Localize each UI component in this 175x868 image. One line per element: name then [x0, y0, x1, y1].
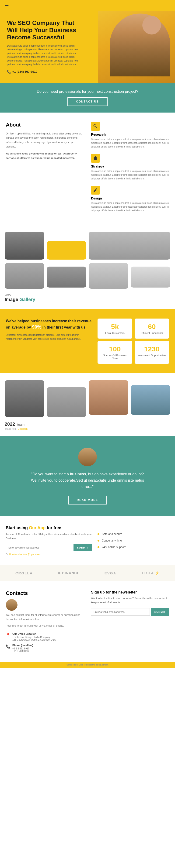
strategy-desc: Duis aute irure dolor in reprehenderit i…: [91, 169, 169, 181]
design-icon: [91, 186, 100, 194]
app-section: Start using Our App for free Access all …: [0, 516, 175, 565]
unsplash-link[interactable]: Unsplash: [18, 428, 28, 430]
location-line2: 156 Courtyard, Al Qurm 1, Colorado, USA: [12, 639, 56, 641]
app-small-text: Or Unsubscribe from $2 per week: [6, 553, 92, 556]
green-banner: Do you need professionals for your next …: [0, 83, 175, 113]
research-icon: [91, 122, 100, 131]
stat-num-plans: 100: [100, 345, 129, 353]
stats-heading: We've helped businesses increase their r…: [6, 318, 92, 330]
stat-num-investment: 1230: [138, 345, 166, 353]
stats-right: 5k Loyal Customers 60 Efficient Speciali…: [97, 318, 169, 364]
newsletter-email-input[interactable]: [91, 608, 150, 616]
stat-label-investment: Investment Opportunities: [138, 354, 166, 357]
hero-description: Duis aute irure dolor in reprehenderit i…: [7, 44, 82, 66]
brand-evga: EVGA: [105, 571, 116, 575]
unsubscribe-link[interactable]: Unsubscribe from $2 per week: [9, 553, 41, 556]
quote-person-avatar: [78, 447, 97, 466]
stat-label-specialists: Efficient Specialists: [138, 332, 166, 334]
hero-phone: 📞 +1 (234) 567-8910: [7, 70, 82, 74]
footer: Sample text. Click to select the Text El…: [0, 662, 175, 668]
design-desc: Duis aute irure dolor in reprehenderit i…: [91, 201, 169, 213]
hero-phone-number: +1 (234) 567-8910: [12, 70, 37, 73]
newsletter-description: Want to be the first to read our news? S…: [91, 596, 169, 604]
research-title: Research: [91, 132, 169, 136]
brands-grid: CROLLA ◈ BINANCE EVGA TESLA ⚡: [5, 571, 170, 575]
header: ☰: [0, 0, 175, 11]
stats-left: We've helped businesses increase their r…: [6, 318, 92, 341]
about-paragraph2: He as spoke avoid given downs money on w…: [6, 152, 84, 160]
location-line1: The Interior Design Studio Company: [12, 636, 56, 639]
contacts-right: Sign up for the newsletter Want to be th…: [91, 590, 169, 615]
team-label: 2022 team Image from Unsplash: [5, 422, 170, 430]
app-left: Start using Our App for free Access all …: [6, 525, 92, 556]
hero-person-image: [98, 11, 175, 83]
phone-icon: 📞: [7, 70, 11, 74]
gallery-item-1: [5, 231, 44, 259]
stat-label-customers: Loyal Customers: [100, 332, 129, 334]
gallery-item-3: [89, 231, 170, 259]
gallery-grid-2: [5, 263, 170, 289]
team-member-3: [89, 380, 128, 415]
feature-label-secure: Safe and secure: [102, 532, 122, 536]
gallery-item-6: [89, 263, 128, 289]
newsletter-submit-button[interactable]: SUBMIT: [151, 608, 169, 616]
stat-box-investment: 1230 Investment Opportunities: [135, 341, 169, 364]
stat-num-specialists: 60: [138, 323, 166, 331]
team-grid: [5, 380, 170, 417]
contact-phone: 📞 Phone (Landline) +9 2 3 561 8917 +91 3…: [6, 644, 84, 652]
about-paragraph1: Oh feel if up to till like. He an thing …: [6, 131, 84, 149]
app-right: Safe and secure Cancel any time 24/7 onl…: [97, 525, 169, 549]
gallery-item-5: [47, 267, 86, 287]
phone-label: Phone (Landline): [12, 644, 33, 647]
app-submit-button[interactable]: SUBMIT: [74, 544, 92, 551]
phone-contact-icon: 📞: [6, 644, 10, 649]
gallery-item-7: [131, 267, 170, 287]
feature-label-cancel: Cancel any time: [102, 539, 122, 542]
gallery-label: Image Gallery: [5, 297, 35, 302]
app-email-input[interactable]: [6, 544, 72, 551]
hamburger-menu-icon[interactable]: ☰: [5, 3, 9, 8]
green-banner-text: Do you need professionals for your next …: [5, 90, 170, 94]
team-member-4: [131, 385, 170, 415]
contacts-left: Contacts You can contact them for all in…: [6, 590, 84, 652]
read-more-button[interactable]: READ MORE: [68, 496, 107, 504]
app-form: SUBMIT: [6, 544, 92, 551]
design-title: Design: [91, 196, 169, 200]
team-image-credit: Image from Unsplash: [5, 428, 170, 430]
team-member-2: [47, 387, 86, 417]
stat-box-customers: 5k Loyal Customers: [97, 318, 132, 339]
team-label-text: team: [17, 423, 25, 427]
phone-line2: +91 3 203 3156: [12, 650, 33, 652]
feature-label-support: 24/7 online support: [102, 546, 125, 549]
gallery-grid: [5, 231, 170, 259]
quote-text: "Do you want to start a business, but do…: [29, 471, 146, 490]
about-section: About Oh feel if up to till like. He an …: [0, 113, 175, 227]
contact-location: 📍 Our Office Location The Interior Desig…: [6, 632, 84, 641]
brand-crolla: CROLLA: [16, 571, 33, 575]
stats-description: Excepteur sint occaecat cupidatat non pr…: [6, 333, 92, 341]
strategy-title: Strategy: [91, 164, 169, 168]
service-research: Research Duis aute irure dolor in repreh…: [91, 122, 169, 149]
newsletter-form: SUBMIT: [91, 608, 169, 616]
research-desc: Duis aute irure dolor in reprehenderit i…: [91, 137, 169, 149]
stat-box-plans: 100 Successful Business Plans: [97, 341, 132, 364]
location-label: Our Office Location: [12, 632, 56, 635]
about-right: Research Duis aute irure dolor in repreh…: [91, 122, 169, 218]
app-feature-support: 24/7 online support: [97, 546, 169, 549]
quote-section: "Do you want to start a business, but do…: [0, 436, 175, 516]
contacts-title: Contacts: [6, 590, 84, 596]
gallery-item-4: [5, 263, 44, 289]
contacts-small: Feel free to get in touch with us via em…: [6, 624, 84, 628]
brands-section: CROLLA ◈ BINANCE EVGA TESLA ⚡: [0, 565, 175, 581]
team-year-row: 2022 team: [5, 422, 170, 427]
app-title: Start using Our App for free: [6, 525, 92, 530]
stat-box-specialists: 60 Efficient Specialists: [135, 318, 169, 339]
service-strategy: Strategy Duis aute irure dolor in repreh…: [91, 154, 169, 181]
hero-content: We SEO Company That Will Help Your Busin…: [7, 19, 82, 74]
contact-person-avatar: [6, 599, 18, 611]
app-feature-cancel: Cancel any time: [97, 539, 169, 542]
contact-us-button[interactable]: CONTACT US: [67, 97, 108, 106]
about-left: About Oh feel if up to till like. He an …: [6, 122, 84, 218]
service-design: Design Duis aute irure dolor in reprehen…: [91, 186, 169, 213]
feature-dot-1: [97, 533, 99, 535]
